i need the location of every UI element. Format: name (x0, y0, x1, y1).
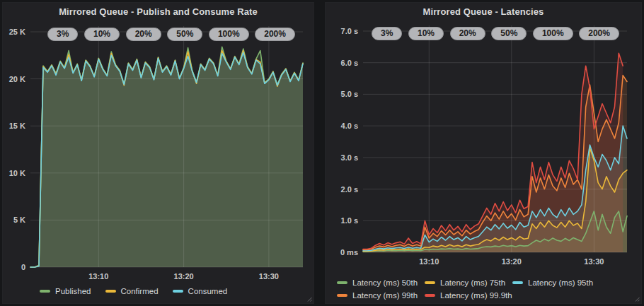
legend-item-confirmed[interactable]: Confirmed (105, 287, 159, 295)
y-axis-tick-label: 5.0 s (341, 90, 358, 98)
panel-resize-handle-icon[interactable] (634, 296, 640, 302)
legend-item-latency-ms-75th[interactable]: Latency (ms) 75th (425, 278, 512, 287)
legend-label: Confirmed (121, 287, 159, 295)
legend-label: Latency (ms) 99.9th (440, 291, 512, 300)
legend-swatch (425, 294, 435, 297)
x-axis-tick-label: 13:30 (259, 272, 279, 281)
annotation-badges-row: 3%10%20%50%100%200% (47, 28, 295, 41)
y-axis-tick-label: 20 K (9, 75, 25, 83)
y-axis-tick-label: 5 K (13, 216, 25, 224)
legend-swatch (512, 281, 523, 284)
legend-label: Consumed (188, 287, 228, 295)
y-axis-tick-label: 15 K (9, 122, 25, 130)
y-axis-tick-label: 10 K (9, 169, 25, 177)
annotation-badge-100pct[interactable]: 100% (209, 28, 249, 41)
legend-swatch (40, 290, 50, 293)
annotation-badges-row: 3%10%20%50%100%200% (372, 27, 619, 40)
y-axis-tick-label: 2.0 s (341, 185, 358, 194)
x-axis-tick-label: 13:20 (502, 257, 522, 266)
legend-swatch (425, 281, 435, 284)
y-axis-tick-label: 25 K (9, 28, 25, 36)
panel-latencies: Mirrored Queue - Latencies 3%10%20%50%10… (325, 2, 642, 304)
legend-label: Latency (ms) 95th (528, 278, 593, 287)
annotation-badge-3pct[interactable]: 3% (372, 27, 402, 40)
latencies-chart[interactable]: 0 ms1.0 s2.0 s3.0 s4.0 s5.0 s6.0 s7.0 s1… (326, 3, 643, 305)
annotation-badge-10pct[interactable]: 10% (84, 28, 120, 41)
legend-label: Latency (ms) 99th (352, 291, 418, 300)
chart-legend: Latency (ms) 50thLatency (ms) 75thLatenc… (337, 278, 617, 300)
x-axis-tick-label: 13:30 (584, 257, 604, 266)
y-axis-tick-label: 6.0 s (341, 59, 358, 67)
legend-label: Published (55, 287, 91, 295)
annotation-badge-200pct[interactable]: 200% (579, 27, 619, 40)
y-axis-tick-label: 7.0 s (341, 27, 358, 35)
grafana-dashboard: { "dashboard": { "background_color": "#1… (0, 0, 644, 306)
annotation-badge-20pct[interactable]: 20% (126, 28, 161, 41)
annotation-badge-3pct[interactable]: 3% (47, 28, 78, 41)
panel-publish-consume-rate: Mirrored Queue - Publish and Consume Rat… (2, 2, 314, 304)
y-axis-tick-label: 0 (21, 263, 25, 271)
legend-swatch (337, 281, 347, 284)
y-axis-tick-label: 4.0 s (341, 122, 358, 130)
legend-item-consumed[interactable]: Consumed (173, 287, 228, 295)
annotation-badge-10pct[interactable]: 10% (408, 27, 444, 40)
x-axis-tick-label: 13:10 (88, 272, 108, 281)
legend-item-latency-ms-95th[interactable]: Latency (ms) 95th (512, 278, 600, 287)
legend-swatch (105, 290, 116, 293)
annotation-badge-200pct[interactable]: 200% (255, 28, 295, 41)
chart-legend: PublishedConfirmedConsumed (40, 287, 227, 295)
annotation-badge-20pct[interactable]: 20% (450, 27, 485, 40)
legend-swatch (337, 294, 347, 297)
legend-item-latency-ms-99.9th[interactable]: Latency (ms) 99.9th (425, 291, 512, 300)
x-axis-tick-label: 13:20 (174, 272, 194, 281)
legend-item-latency-ms-50th[interactable]: Latency (ms) 50th (337, 278, 425, 287)
annotation-badge-50pct[interactable]: 50% (167, 28, 202, 41)
y-axis-tick-label: 3.0 s (341, 153, 358, 162)
legend-item-published[interactable]: Published (40, 287, 91, 295)
legend-item-latency-ms-99th[interactable]: Latency (ms) 99th (337, 291, 425, 300)
series-area (30, 52, 303, 267)
x-axis-tick-label: 13:10 (419, 257, 439, 266)
annotation-badge-100pct[interactable]: 100% (533, 27, 573, 40)
legend-label: Latency (ms) 50th (352, 278, 418, 287)
legend-label: Latency (ms) 75th (440, 278, 505, 287)
panel-resize-handle-icon[interactable] (306, 296, 312, 302)
y-axis-tick-label: 0 ms (340, 248, 358, 257)
annotation-badge-50pct[interactable]: 50% (491, 27, 527, 40)
y-axis-tick-label: 1.0 s (341, 216, 358, 225)
legend-swatch (173, 290, 183, 293)
publish-consume-chart[interactable]: 05 K10 K15 K20 K25 K13:1013:2013:30 (3, 3, 315, 305)
